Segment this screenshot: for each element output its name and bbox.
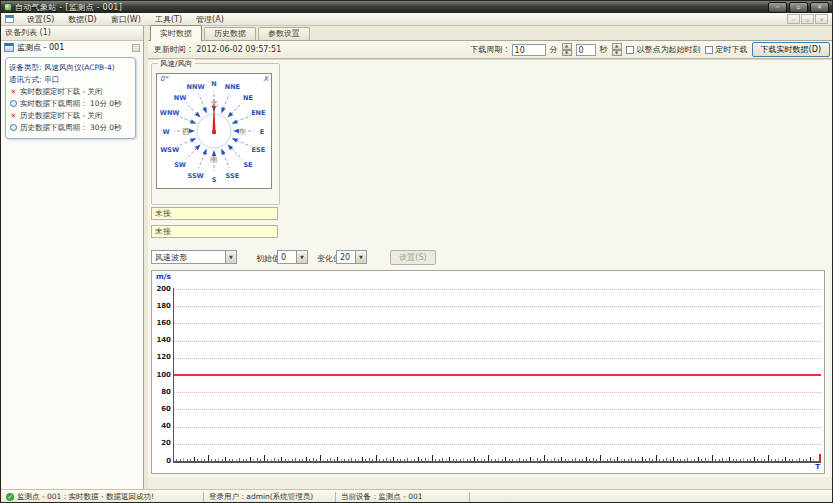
x-minor-tick: [379, 459, 380, 461]
whole-hour-checkbox-label: 以整点为起始时刻: [637, 44, 701, 55]
gridline: [174, 341, 821, 342]
x-minor-tick: [610, 458, 611, 461]
x-minor-tick: [453, 459, 454, 461]
chevron-down-icon[interactable]: ▼: [225, 251, 236, 263]
x-minor-tick: [484, 459, 485, 461]
x-minor-tick: [264, 455, 265, 461]
success-icon: ✓: [6, 493, 14, 501]
svg-text:SW: SW: [174, 161, 186, 169]
minimize-icon[interactable]: ─: [768, 2, 787, 13]
minutes-unit-label: 分: [550, 44, 558, 55]
status-separator: [469, 492, 470, 503]
child-minimize-icon[interactable]: ─: [787, 14, 800, 24]
x-minor-tick: [435, 459, 436, 461]
x-minor-tick: [638, 459, 639, 461]
x-minor-tick: [351, 458, 352, 461]
svg-text:W: W: [162, 128, 169, 136]
menu-window[interactable]: 窗口(W): [104, 14, 148, 25]
x-minor-tick: [495, 459, 496, 461]
x-minor-tick: [579, 459, 580, 461]
maximize-icon[interactable]: ▫: [789, 2, 808, 13]
timed-download-checkbox[interactable]: [705, 46, 713, 54]
x-minor-tick: [698, 457, 699, 461]
minutes-field[interactable]: 10: [512, 44, 546, 56]
svg-text:E: E: [260, 128, 264, 136]
tab-history-data[interactable]: 历史数据: [204, 27, 256, 40]
x-minor-tick: [586, 457, 587, 461]
menu-data[interactable]: 数据(D): [61, 14, 103, 25]
x-minor-tick: [271, 459, 272, 461]
x-minor-tick: [568, 459, 569, 461]
x-minor-tick: [218, 458, 219, 461]
close-icon[interactable]: ✕: [810, 2, 829, 13]
x-axis: [173, 461, 821, 463]
x-minor-tick: [642, 457, 643, 461]
x-minor-tick: [502, 459, 503, 461]
x-minor-tick: [295, 458, 296, 461]
x-minor-tick: [414, 459, 415, 461]
tab-parameter-settings[interactable]: 参数设置: [258, 27, 310, 40]
menu-settings[interactable]: 设置(S): [20, 14, 61, 25]
timed-download-checkbox-group[interactable]: 定时下载: [705, 44, 748, 55]
chevron-down-icon[interactable]: ▼: [355, 251, 366, 263]
update-time-value: 2012-06-02 09:57:51: [196, 45, 281, 54]
svg-text:NW: NW: [174, 94, 187, 102]
x-minor-tick: [285, 459, 286, 461]
child-restore-icon[interactable]: ▫: [801, 14, 814, 24]
x-minor-tick: [736, 459, 737, 461]
seconds-field[interactable]: 0: [576, 44, 596, 56]
svg-text:SSW: SSW: [188, 172, 204, 180]
chevron-down-icon[interactable]: ▼: [296, 251, 307, 263]
x-minor-tick: [488, 455, 489, 461]
device-tree-node[interactable]: 监测点 - 001: [1, 41, 143, 54]
whole-hour-checkbox[interactable]: [626, 46, 634, 54]
x-minor-tick: [274, 458, 275, 461]
tab-realtime-data[interactable]: 实时数据: [150, 25, 202, 41]
whole-hour-checkbox-group[interactable]: 以整点为起始时刻: [626, 44, 701, 55]
svg-text:WSW: WSW: [160, 146, 179, 154]
x-minor-tick: [330, 458, 331, 461]
x-minor-tick: [376, 455, 377, 461]
x-minor-tick: [257, 458, 258, 461]
x-minor-tick: [236, 459, 237, 461]
minutes-stepper[interactable]: ▲ ▼: [562, 43, 572, 56]
change-value-select[interactable]: 20 ▼: [336, 250, 367, 264]
x-minor-tick: [614, 459, 615, 461]
x-minor-tick: [362, 457, 363, 461]
x-minor-tick: [400, 459, 401, 461]
status-bar: ✓ 监测点 - 001 : 实时数据 - 数据返回成功! 登录用户 : admi…: [1, 489, 832, 503]
initial-value-select[interactable]: 0 ▼: [277, 250, 308, 264]
x-minor-tick: [558, 459, 559, 461]
y-tick-label: 180: [152, 302, 171, 310]
compass-degree-label: 0°: [160, 75, 168, 83]
x-minor-tick: [792, 459, 793, 461]
menu-manage[interactable]: 管理(A): [189, 14, 231, 25]
svg-text:南: 南: [209, 155, 218, 164]
info-device-type: 设备类型: 风速风向仪(ACPB-4): [9, 62, 132, 74]
spin-down-icon[interactable]: ▼: [612, 50, 622, 57]
x-minor-tick: [754, 457, 755, 461]
x-minor-tick: [761, 458, 762, 461]
node-note-icon[interactable]: [132, 44, 140, 52]
x-minor-tick: [740, 459, 741, 461]
menu-tools[interactable]: 工具(T): [148, 14, 189, 25]
waveform-select[interactable]: 风速波形 ▼: [151, 250, 237, 264]
scroll-thumb-icon[interactable]: T: [815, 463, 820, 471]
download-realtime-button[interactable]: 下载实时数据(D): [752, 42, 830, 57]
x-minor-tick: [498, 458, 499, 461]
y-tick-label: 120: [152, 353, 171, 361]
child-close-icon[interactable]: ✕: [815, 14, 828, 24]
x-minor-tick: [813, 459, 814, 461]
seconds-stepper[interactable]: ▲ ▼: [612, 43, 622, 56]
set-button[interactable]: 设置(S): [390, 250, 436, 265]
x-minor-tick: [589, 459, 590, 461]
x-minor-tick: [246, 459, 247, 461]
timed-download-checkbox-label: 定时下载: [716, 44, 748, 55]
device-list-panel: 设备列表 (1) 监测点 - 001 设备类型: 风速风向仪(ACPB-4) 通…: [1, 26, 144, 489]
wind-direction-readout: 未接: [151, 225, 278, 238]
realtime-content: 风速/风向 0° X NNNENEENEEESESESSESSSWSWWSWWW…: [148, 59, 833, 477]
spin-down-icon[interactable]: ▼: [562, 50, 572, 57]
status-current-device: 当前设备 : 监测点 - 001: [336, 490, 469, 503]
x-minor-tick: [705, 458, 706, 461]
x-minor-tick: [575, 458, 576, 461]
